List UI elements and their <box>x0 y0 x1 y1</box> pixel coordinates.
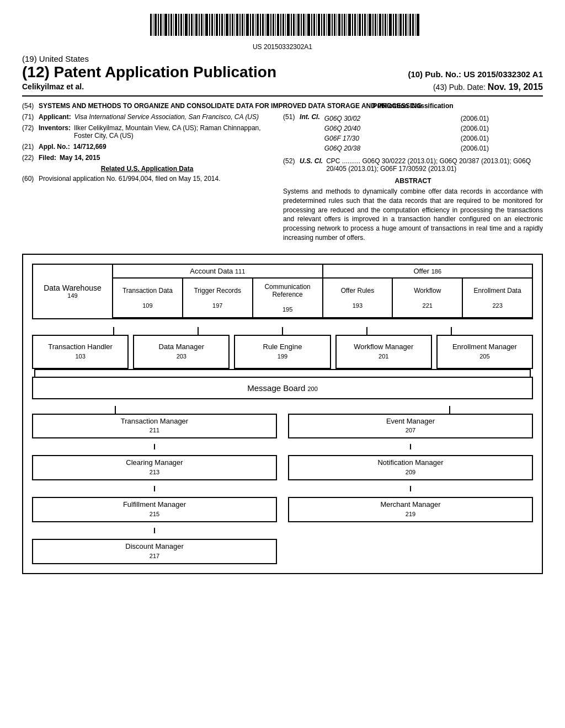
svg-rect-21 <box>204 14 204 36</box>
svg-rect-34 <box>236 14 238 36</box>
barcode-svg <box>145 11 420 39</box>
svg-rect-30 <box>226 14 228 36</box>
svg-rect-102 <box>409 14 411 36</box>
message-board-num: 200 <box>307 386 317 392</box>
svg-rect-75 <box>342 14 343 36</box>
svg-rect-69 <box>326 14 327 36</box>
connector-row-2 <box>32 369 533 377</box>
vline-2 <box>198 327 199 335</box>
field21-value: 14/712,669 <box>73 143 272 151</box>
svg-rect-12 <box>180 14 182 36</box>
svg-rect-54 <box>287 14 290 36</box>
pub-classification-header: Publication Classification <box>283 102 543 110</box>
field60-num: (60) <box>22 175 39 183</box>
svg-rect-77 <box>347 14 347 36</box>
body-section: (54) SYSTEMS AND METHODS TO ORGANIZE AND… <box>22 102 543 243</box>
svg-rect-101 <box>408 14 408 36</box>
svg-rect-93 <box>387 14 388 36</box>
workflow-box: Workflow 221 <box>393 279 463 317</box>
svg-rect-46 <box>266 14 269 36</box>
svg-rect-7 <box>168 14 169 36</box>
communication-ref-box: Communication Reference 195 <box>253 279 322 317</box>
account-data-label: Account Data <box>190 267 233 275</box>
field-72: (72) Inventors: Ilker Celikyilmaz, Mount… <box>22 124 272 140</box>
enrollment-data-label: Enrollment Data <box>474 287 521 295</box>
event-manager-label: Event Manager <box>386 417 435 425</box>
svg-rect-89 <box>377 14 378 36</box>
diagram-section: Data Warehouse 149 Account Data 111 <box>22 254 543 574</box>
vline <box>410 486 411 491</box>
spacer <box>199 406 366 414</box>
svg-rect-42 <box>257 14 259 36</box>
workflow-manager-label: Workflow Manager <box>354 342 413 351</box>
field52-num: (52) <box>283 157 300 173</box>
message-board-box: Message Board 200 <box>32 377 533 399</box>
field60-value: Provisional application No. 61/994,004, … <box>39 175 272 183</box>
svg-rect-63 <box>311 14 312 36</box>
svg-rect-90 <box>379 14 381 36</box>
rule-engine-num: 199 <box>278 353 287 360</box>
transaction-handler-num: 103 <box>75 353 85 360</box>
field-51: (51) Int. Cl. G06Q 30/02 (2006.01) G06Q … <box>283 113 543 154</box>
vline-1 <box>113 327 114 335</box>
offer-num: 186 <box>431 268 441 275</box>
field51-int-cl: G06Q 30/02 (2006.01) G06Q 20/40 (2006.01… <box>323 113 543 154</box>
svg-rect-27 <box>219 14 220 36</box>
svg-rect-91 <box>382 14 383 36</box>
svg-rect-22 <box>205 14 208 36</box>
patent-title-line: (12) Patent Application Publication (10)… <box>22 63 543 81</box>
data-manager-box: Data Manager 203 <box>133 335 230 369</box>
bottom-right-col: Event Manager 207 Notification Manager 2… <box>288 414 533 564</box>
svg-rect-99 <box>403 14 404 36</box>
offer-rules-label: Offer Rules <box>341 287 374 295</box>
svg-rect-18 <box>195 14 198 36</box>
field-22: (22) Filed: May 14, 2015 <box>22 154 272 162</box>
account-data-header: Account Data 111 <box>113 265 322 279</box>
svg-rect-19 <box>199 14 200 36</box>
field22-value: May 14, 2015 <box>60 154 272 162</box>
svg-rect-74 <box>338 14 340 36</box>
svg-rect-104 <box>415 14 415 36</box>
field22-num: (22) <box>22 154 39 162</box>
svg-rect-53 <box>285 14 286 36</box>
notification-manager-box: Notification Manager 209 <box>288 455 533 480</box>
svg-rect-25 <box>214 14 215 36</box>
manager-row: Transaction Handler 103 Data Manager 203… <box>32 335 533 369</box>
vline-tm-cm <box>32 444 277 449</box>
clearing-manager-box: Clearing Manager 213 <box>32 455 277 480</box>
svg-rect-96 <box>395 14 397 36</box>
bottom-left-col: Transaction Manager 211 Clearing Manager… <box>32 414 277 564</box>
svg-rect-9 <box>173 14 174 36</box>
transaction-data-num: 109 <box>142 302 152 309</box>
svg-rect-49 <box>275 14 276 36</box>
workflow-manager-box: Workflow Manager 201 <box>335 335 432 369</box>
svg-rect-36 <box>242 14 243 36</box>
offer-section: Offer 186 Offer Rules 193 Workflow 221 <box>323 265 532 317</box>
svg-rect-28 <box>221 14 223 36</box>
offer-label: Offer <box>413 267 429 275</box>
message-board-label: Message Board <box>247 383 305 393</box>
int-cl-row: G06Q 30/02 (2006.01) <box>324 114 542 123</box>
right-vline-container <box>366 406 533 414</box>
offer-header: Offer 186 <box>323 265 532 279</box>
svg-rect-64 <box>313 14 315 36</box>
abstract-text: Systems and methods to dynamically combi… <box>283 187 543 243</box>
vline-3 <box>282 327 283 335</box>
svg-rect-58 <box>297 14 300 36</box>
svg-rect-79 <box>352 14 353 36</box>
svg-rect-81 <box>357 14 358 36</box>
field71-num: (71) <box>22 113 39 121</box>
enrollment-manager-box: Enrollment Manager 205 <box>436 335 533 369</box>
svg-rect-29 <box>224 14 225 36</box>
clearing-manager-label: Clearing Manager <box>126 458 183 467</box>
vline-nm-mm <box>288 486 533 491</box>
svg-rect-6 <box>164 14 167 36</box>
field-52: (52) U.S. Cl. CPC .......... G06Q 30/022… <box>283 157 543 173</box>
left-column: (54) SYSTEMS AND METHODS TO ORGANIZE AND… <box>22 102 272 243</box>
svg-rect-35 <box>239 14 241 36</box>
merchant-manager-box: Merchant Manager 219 <box>288 497 533 522</box>
vline <box>154 486 155 491</box>
field72-value: Ilker Celikyilmaz, Mountain View, CA (US… <box>74 124 272 140</box>
int-cl-code-3: G06F 17/30 <box>324 134 460 143</box>
connector-row-1 <box>32 327 533 335</box>
